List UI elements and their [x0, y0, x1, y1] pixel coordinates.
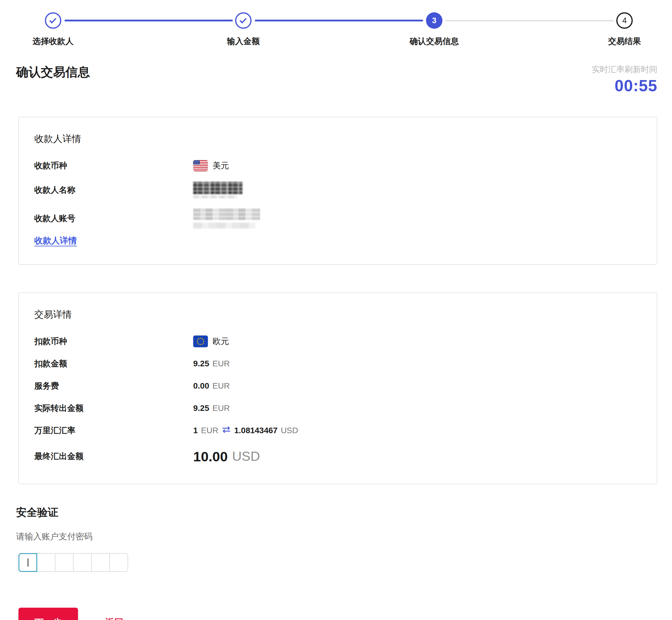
rate-refresh-timer: 实时汇率刷新时间 00:55: [592, 64, 657, 95]
payee-name-redacted: [193, 182, 242, 194]
text-caret: [27, 558, 29, 567]
step-label: 确认交易信息: [409, 36, 459, 47]
service-fee-amount: 0.00: [193, 381, 209, 391]
row-label: 收款币种: [34, 160, 193, 171]
action-bar: 下一步 返回: [18, 608, 672, 620]
row-label: 收款人名称: [34, 185, 193, 196]
payee-account-redacted-sub: [193, 222, 256, 228]
payee-details-card: 收款人详情 收款币种: [18, 117, 657, 265]
card-title: 交易详情: [34, 308, 641, 321]
step-pending-circle: 4: [616, 12, 633, 29]
step-label: 交易结果: [608, 36, 641, 47]
actual-transfer-currency: EUR: [213, 404, 230, 413]
deduct-amount-currency: EUR: [213, 359, 230, 368]
row-exchange-rate: 万里汇汇率 1 EUR 1.08143467 USD: [34, 424, 641, 437]
row-final-amount: 最终汇出金额 10.00 USD: [34, 447, 641, 466]
row-receive-currency: 收款币种: [34, 160, 641, 172]
row-label: 扣款币种: [34, 336, 193, 347]
us-flag-icon: [193, 160, 208, 171]
timer-value: 00:55: [592, 76, 657, 95]
pin-digit-4[interactable]: [73, 554, 92, 571]
row-service-fee: 服务费 0.00 EUR: [34, 380, 641, 392]
actual-transfer-amount: 9.25: [193, 404, 209, 413]
step-select-payee: 选择收款人: [0, 12, 112, 47]
step-confirm-info: 3 确认交易信息: [376, 12, 493, 47]
eu-flag-icon: [193, 335, 208, 347]
payee-details-link[interactable]: 收款人详情: [34, 235, 77, 247]
row-label: 收款人账号: [34, 213, 193, 224]
row-label: 服务费: [34, 380, 193, 392]
payment-password-input: [18, 553, 128, 572]
payee-account-redacted: [193, 208, 260, 220]
transfer-confirmation-page: 选择收款人 输入金额 3 确认交易信息 4 交易结果 确认交易信息 实时汇率刷新…: [0, 0, 672, 620]
rate-to-amount: 1.08143467: [234, 426, 278, 435]
row-label: 最终汇出金额: [34, 451, 193, 462]
row-deduct-amount: 扣款金额 9.25 EUR: [34, 358, 641, 370]
deduct-currency-value: 欧元: [213, 336, 229, 347]
page-title: 确认交易信息: [16, 64, 90, 81]
next-step-button[interactable]: 下一步: [18, 608, 78, 620]
rate-from-amount: 1: [193, 426, 198, 435]
transaction-details-card: 交易详情 扣款币种 欧元: [18, 293, 657, 484]
rate-from-currency: EUR: [201, 426, 218, 435]
receive-currency-value: 美元: [213, 160, 229, 171]
row-label: 万里汇汇率: [34, 425, 193, 436]
service-fee-currency: EUR: [213, 381, 230, 391]
step-label: 输入金额: [227, 36, 260, 47]
step-label: 选择收款人: [33, 36, 73, 47]
pin-digit-6[interactable]: [110, 554, 127, 571]
row-actual-transfer-amount: 实际转出金额 9.25 EUR: [34, 402, 641, 414]
timer-label: 实时汇率刷新时间: [592, 64, 657, 75]
back-button[interactable]: 返回: [105, 617, 123, 620]
step-result: 4 交易结果: [566, 12, 672, 47]
row-label: 扣款金额: [34, 358, 193, 369]
payment-password-hint: 请输入账户支付密码: [16, 531, 672, 542]
check-icon: [239, 16, 246, 23]
row-payee-account: 收款人账号: [34, 208, 641, 228]
step-current-circle: 3: [426, 12, 442, 29]
final-amount: 10.00: [193, 449, 228, 465]
pin-digit-2[interactable]: [37, 554, 55, 571]
step-enter-amount: 输入金额: [185, 12, 302, 47]
exchange-arrows-icon: [222, 426, 231, 435]
row-deduct-currency: 扣款币种 欧元: [34, 335, 641, 348]
page-header: 确认交易信息 实时汇率刷新时间 00:55: [0, 49, 672, 95]
check-icon: [49, 16, 56, 23]
security-section-title: 安全验证: [16, 505, 672, 520]
final-amount-currency: USD: [232, 449, 260, 464]
stepper: 选择收款人 输入金额 3 确认交易信息 4 交易结果: [0, 0, 672, 49]
pin-digit-5[interactable]: [92, 554, 110, 571]
deduct-amount: 9.25: [193, 359, 209, 368]
row-payee-name: 收款人名称: [34, 182, 641, 198]
pin-digit-1[interactable]: [19, 554, 37, 571]
rate-to-currency: USD: [281, 426, 298, 435]
card-title: 收款人详情: [34, 133, 641, 146]
row-label: 实际转出金额: [34, 403, 193, 414]
payee-name-redacted-sub: [193, 196, 237, 198]
step-done-circle: [235, 12, 251, 29]
pin-digit-3[interactable]: [55, 554, 73, 571]
step-done-circle: [45, 12, 61, 29]
